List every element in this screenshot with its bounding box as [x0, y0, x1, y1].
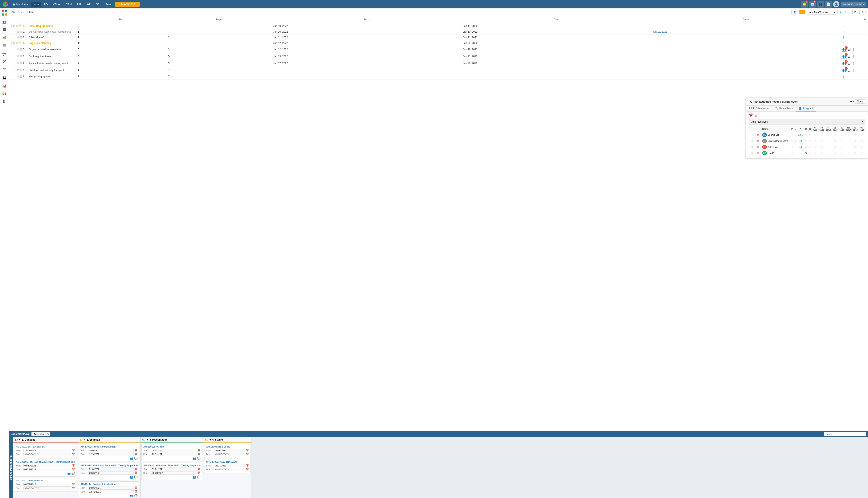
calendar-icon[interactable]: 📅 — [749, 113, 753, 117]
due-cal-icon[interactable]: 📅 — [197, 472, 200, 474]
notifications-bell[interactable]: 🔔1 — [801, 1, 808, 8]
sidebar-team-icon[interactable]: 👨‍👩‍👦 — [1, 74, 8, 81]
sidebar-tree-icon[interactable]: 🌿 — [1, 34, 8, 41]
sidebar-chat-icon[interactable]: 💬 — [1, 50, 8, 57]
chat-icon[interactable]: 💬 — [847, 55, 851, 58]
sidebar-calendar-icon[interactable]: 📅 — [1, 66, 8, 73]
start-input[interactable] — [151, 449, 196, 452]
nav-po[interactable]: PO — [42, 2, 50, 7]
due-cal-icon[interactable]: 📅 — [246, 453, 249, 456]
section-toggle[interactable]: ▼ — [19, 42, 21, 44]
toolbar-icon-btn-1[interactable]: 👤 — [791, 10, 798, 14]
drag-handle[interactable]: ⣿ — [15, 48, 16, 51]
more-icon[interactable]: ⋮ — [842, 75, 845, 78]
more-icon[interactable]: ⋮ — [842, 30, 845, 34]
people-icon[interactable]: 👥4 — [842, 61, 847, 66]
drag-handle[interactable]: ⣿ — [15, 31, 16, 33]
start-cal-icon[interactable]: 📅 — [246, 449, 249, 452]
trash-icon[interactable]: 🗑 — [754, 113, 758, 117]
sidebar-list-icon[interactable]: ☰ — [1, 42, 8, 49]
nav-etime[interactable]: eTime — [51, 2, 63, 7]
toolbar-rss-btn[interactable]: 📡 — [837, 10, 844, 14]
popup-task-select[interactable]: 7. Plan activities needed during event — [749, 100, 853, 104]
card-people-icon[interactable]: 👥 — [130, 475, 133, 479]
card-chat-icon[interactable]: 💬 — [134, 494, 137, 497]
sidebar-clock-icon[interactable]: 🗓 — [1, 98, 8, 105]
kanban-search-input[interactable] — [824, 432, 866, 436]
res-trash[interactable]: 🗑 — [755, 150, 761, 156]
popup-tab-assigned[interactable]: 👤 Assigned — [795, 106, 816, 112]
toolbar-print-btn[interactable]: 🖨 — [859, 10, 866, 14]
sidebar-image-icon[interactable]: 🖼 — [1, 26, 8, 33]
start-cal-icon[interactable]: 📅 — [72, 449, 75, 452]
start-cal-icon[interactable]: 📅 — [246, 464, 249, 467]
toolbar-list-btn[interactable]: ☰ — [845, 10, 851, 14]
chat-icon[interactable]: 💬 — [847, 62, 851, 65]
people-icon[interactable]: 👥1 — [842, 47, 847, 52]
add-task-icon[interactable]: + — [864, 17, 866, 22]
start-input[interactable] — [23, 464, 71, 467]
due-cal-icon[interactable]: 📅 — [134, 472, 137, 474]
chat-icon[interactable]: 💬 — [847, 68, 851, 72]
card-title[interactable]: AM-13018: eSP 3.4 on Zeus:8080 - Testing… — [81, 464, 138, 467]
card-title[interactable]: AM-13012: KO Job — [143, 445, 200, 448]
add-resources-select[interactable]: Add resources — [749, 119, 865, 124]
due-input[interactable] — [214, 468, 245, 471]
start-input[interactable] — [23, 483, 71, 486]
people-icon[interactable]: 👥1 — [842, 54, 847, 59]
due-cal-icon[interactable]: 📅 — [134, 453, 137, 456]
toolbar-grid-btn[interactable]: ⊞ — [852, 10, 858, 14]
start-input[interactable] — [23, 449, 71, 452]
start-input[interactable] — [88, 486, 134, 489]
task-name[interactable]: Hire photographers — [29, 75, 51, 78]
card-people-icon[interactable]: 👥 — [193, 457, 196, 460]
start-cal-icon[interactable]: 📅 — [72, 464, 75, 467]
card-chat-icon[interactable]: 💬 — [197, 475, 200, 479]
more-icon[interactable]: ⋮ — [852, 48, 855, 51]
popup-tab-roles[interactable]: 🔧 Roles/Items — [772, 106, 795, 112]
start-cal-icon[interactable]: 📅 — [134, 449, 137, 452]
due-cal-icon[interactable]: 📅 — [197, 453, 200, 456]
drag-handle[interactable]: ⣿ — [15, 55, 16, 57]
drag-handle[interactable]: ⣿ — [11, 25, 12, 27]
task-name[interactable]: Book required travel — [29, 55, 51, 58]
nav-database[interactable]: 🗄️ — [817, 1, 824, 8]
start-cal-icon[interactable]: 📅 — [72, 483, 75, 486]
nav-crm[interactable]: CRM — [63, 2, 74, 7]
breadcrumb-job-link[interactable]: AM-13171 — [11, 11, 24, 14]
card-people-icon[interactable]: 👥 — [130, 494, 133, 497]
welcome-dropdown[interactable]: Welcome, Donna ▾ — [841, 2, 866, 6]
popup-close-button[interactable]: Close — [854, 100, 865, 104]
nav-setup[interactable]: Setup — [103, 2, 115, 7]
sidebar-chart-icon[interactable]: 📊 — [1, 82, 8, 89]
due-cal-icon[interactable]: 📅 — [246, 468, 249, 471]
task-name[interactable]: Hire food and security for event — [29, 69, 64, 72]
due-cal-icon[interactable]: 📅 — [72, 487, 75, 489]
drag-handle[interactable]: ⣿ — [15, 69, 16, 71]
start-input[interactable] — [214, 449, 245, 452]
nav-document[interactable]: 📄 — [825, 1, 832, 8]
due-input[interactable] — [88, 490, 134, 493]
start-input[interactable] — [88, 468, 134, 471]
res-trash[interactable]: 🗑 — [755, 144, 761, 150]
start-input[interactable] — [151, 468, 196, 471]
start-cal-icon[interactable]: 📅 — [197, 468, 200, 471]
start-input[interactable] — [214, 464, 245, 467]
more-icon[interactable]: ⋮ — [852, 55, 855, 58]
due-input[interactable] — [23, 453, 71, 456]
start-cal-icon[interactable]: 📅 — [197, 449, 200, 452]
chat-icon[interactable]: 💬 — [847, 48, 851, 51]
card-title[interactable]: AM-13018: eSP 3.4 on Zeus:8080 - Testing… — [143, 464, 200, 467]
card-title[interactable]: AM-13001: eSP 3.4 on 8443 — [16, 445, 75, 448]
more-icon[interactable]: ⋮ — [852, 68, 855, 72]
due-input[interactable] — [214, 453, 245, 456]
due-cal-icon[interactable]: 📅 — [72, 453, 75, 456]
res-trash[interactable]: 🗑 — [755, 138, 761, 144]
nav-ar[interactable]: A/R — [75, 2, 83, 7]
card-people-icon[interactable]: 👥 — [67, 472, 71, 475]
more-icon[interactable]: ⋮ — [842, 36, 845, 39]
toolbar-share-btn[interactable]: ⬡ — [800, 10, 805, 14]
card-title[interactable]: AM-13077: 2022 Website — [16, 479, 75, 482]
section-toggle[interactable]: ▼ — [19, 25, 21, 28]
card-title[interactable]: CRC-13002: NEW TRABAJO — [206, 461, 249, 463]
